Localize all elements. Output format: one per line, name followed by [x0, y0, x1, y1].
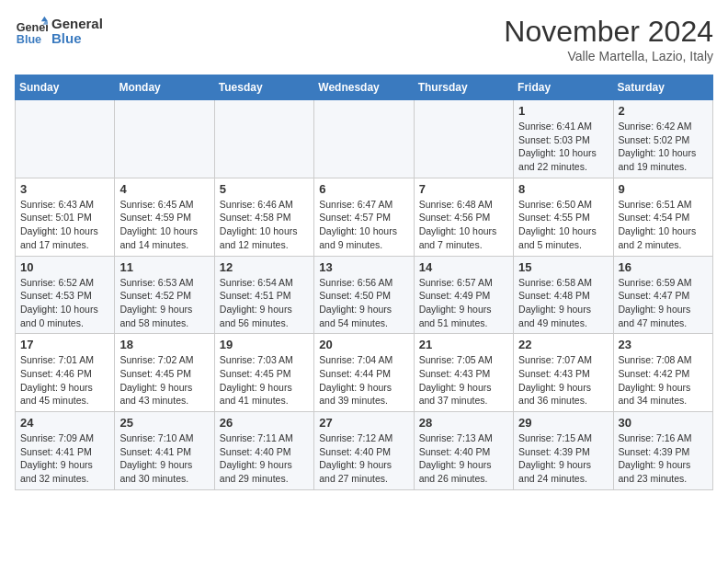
day-info-line: Sunrise: 6:48 AM [419, 198, 508, 212]
calendar-cell: 23Sunrise: 7:08 AMSunset: 4:42 PMDayligh… [613, 334, 712, 412]
day-info-line: and 29 minutes. [220, 472, 309, 486]
calendar-cell: 1Sunrise: 6:41 AMSunset: 5:03 PMDaylight… [514, 100, 613, 178]
day-info-line: and 24 minutes. [518, 472, 608, 486]
day-info-line: Daylight: 9 hours [419, 458, 508, 472]
day-of-week-header: Monday [115, 75, 214, 100]
day-info-line: Sunset: 4:43 PM [419, 367, 508, 381]
day-of-week-header: Saturday [613, 75, 712, 100]
calendar-table: SundayMondayTuesdayWednesdayThursdayFrid… [15, 75, 713, 490]
day-info-line: Daylight: 10 hours [119, 224, 209, 238]
day-number: 13 [319, 260, 408, 274]
day-info-line: Daylight: 10 hours [220, 224, 309, 238]
day-info-line: and 41 minutes. [220, 394, 309, 408]
day-info-line: Daylight: 9 hours [220, 458, 309, 472]
day-info-line: Sunset: 4:46 PM [20, 367, 109, 381]
calendar-cell: 12Sunrise: 6:54 AMSunset: 4:51 PMDayligh… [214, 256, 313, 334]
day-info-line: Sunrise: 6:58 AM [518, 276, 608, 290]
day-info-line: Daylight: 10 hours [619, 224, 708, 238]
day-info-line: Sunrise: 6:53 AM [119, 276, 209, 290]
month-title: November 2024 [504, 15, 713, 49]
calendar-cell [115, 100, 214, 178]
day-info-line: Sunset: 5:02 PM [619, 133, 708, 147]
day-info-line: Sunset: 4:55 PM [518, 211, 608, 224]
day-info-line: and 34 minutes. [619, 394, 708, 408]
day-info-line: Daylight: 9 hours [518, 303, 608, 316]
day-of-week-header: Thursday [414, 75, 513, 100]
day-info-line: Sunrise: 6:45 AM [119, 198, 209, 212]
calendar-cell: 5Sunrise: 6:46 AMSunset: 4:58 PMDaylight… [214, 178, 313, 256]
day-info-line: and 14 minutes. [119, 238, 209, 252]
day-number: 1 [518, 104, 608, 118]
day-info-line: Daylight: 9 hours [319, 303, 408, 316]
day-info-line: and 37 minutes. [419, 394, 508, 408]
day-number: 30 [619, 416, 708, 430]
calendar-body: 1Sunrise: 6:41 AMSunset: 5:03 PMDaylight… [16, 100, 713, 490]
day-info-line: and 27 minutes. [319, 472, 408, 486]
day-info-line: Sunset: 4:41 PM [20, 445, 109, 459]
calendar-cell [16, 100, 115, 178]
calendar-cell: 20Sunrise: 7:04 AMSunset: 4:44 PMDayligh… [314, 334, 414, 412]
day-info-line: Daylight: 9 hours [319, 458, 408, 472]
day-info-line: Daylight: 9 hours [319, 381, 408, 395]
day-number: 16 [619, 260, 708, 274]
day-info-line: Daylight: 10 hours [319, 224, 408, 238]
day-info-line: Daylight: 9 hours [419, 381, 508, 395]
logo-icon: General Blue [15, 15, 48, 48]
day-info-line: Daylight: 9 hours [20, 381, 109, 395]
day-number: 17 [20, 338, 109, 351]
day-info-line: Sunrise: 7:08 AM [619, 353, 708, 367]
day-number: 6 [319, 182, 408, 196]
day-number: 18 [119, 338, 209, 351]
day-info-line: Sunrise: 6:57 AM [419, 276, 508, 290]
calendar-cell [314, 100, 414, 178]
calendar-cell: 28Sunrise: 7:13 AMSunset: 4:40 PMDayligh… [414, 412, 513, 490]
calendar-cell: 11Sunrise: 6:53 AMSunset: 4:52 PMDayligh… [115, 256, 214, 334]
day-info-line: and 43 minutes. [119, 394, 209, 408]
day-info-line: Daylight: 9 hours [419, 303, 508, 316]
day-number: 4 [119, 182, 209, 196]
day-info-line: Daylight: 9 hours [619, 381, 708, 395]
logo-blue-text: Blue [51, 31, 103, 47]
location-text: Valle Martella, Lazio, Italy [504, 49, 713, 63]
day-info-line: and 7 minutes. [419, 238, 508, 252]
day-info-line: Daylight: 9 hours [119, 303, 209, 316]
day-info-line: Sunrise: 7:07 AM [518, 353, 608, 367]
day-info-line: and 36 minutes. [518, 394, 608, 408]
calendar-cell: 27Sunrise: 7:12 AMSunset: 4:40 PMDayligh… [314, 412, 414, 490]
day-number: 25 [119, 416, 209, 430]
day-info-line: Daylight: 9 hours [619, 303, 708, 316]
day-info-line: Sunrise: 7:10 AM [119, 431, 209, 445]
svg-marker-2 [41, 17, 48, 21]
day-info-line: and 49 minutes. [518, 316, 608, 330]
day-info-line: Sunrise: 6:54 AM [220, 276, 309, 290]
day-number: 10 [20, 260, 109, 274]
day-number: 24 [20, 416, 109, 430]
day-number: 8 [518, 182, 608, 196]
day-info-line: Sunrise: 7:11 AM [220, 431, 309, 445]
day-info-line: Sunrise: 7:13 AM [419, 431, 508, 445]
day-number: 14 [419, 260, 508, 274]
page-header: General Blue General Blue November 2024 … [15, 15, 713, 63]
calendar-cell: 18Sunrise: 7:02 AMSunset: 4:45 PMDayligh… [115, 334, 214, 412]
day-info-line: Sunrise: 6:51 AM [619, 198, 708, 212]
day-info-line: Sunset: 5:03 PM [518, 133, 608, 147]
calendar-cell: 2Sunrise: 6:42 AMSunset: 5:02 PMDaylight… [613, 100, 712, 178]
day-info-line: and 39 minutes. [319, 394, 408, 408]
day-info-line: and 22 minutes. [518, 160, 608, 174]
calendar-cell: 29Sunrise: 7:15 AMSunset: 4:39 PMDayligh… [514, 412, 613, 490]
day-info-line: Sunrise: 7:15 AM [518, 431, 608, 445]
day-info-line: Sunset: 4:39 PM [619, 445, 708, 459]
day-info-line: Sunset: 4:45 PM [119, 367, 209, 381]
calendar-cell: 24Sunrise: 7:09 AMSunset: 4:41 PMDayligh… [16, 412, 115, 490]
day-info-line: Sunrise: 6:50 AM [518, 198, 608, 212]
day-info-line: Daylight: 9 hours [20, 458, 109, 472]
day-number: 5 [220, 182, 309, 196]
calendar-cell: 17Sunrise: 7:01 AMSunset: 4:46 PMDayligh… [16, 334, 115, 412]
day-number: 28 [419, 416, 508, 430]
calendar-week-row: 3Sunrise: 6:43 AMSunset: 5:01 PMDaylight… [16, 178, 713, 256]
day-info-line: Sunrise: 6:43 AM [20, 198, 109, 212]
day-info-line: Sunset: 4:57 PM [319, 211, 408, 224]
calendar-cell: 15Sunrise: 6:58 AMSunset: 4:48 PMDayligh… [514, 256, 613, 334]
day-info-line: and 47 minutes. [619, 316, 708, 330]
calendar-cell: 30Sunrise: 7:16 AMSunset: 4:39 PMDayligh… [613, 412, 712, 490]
